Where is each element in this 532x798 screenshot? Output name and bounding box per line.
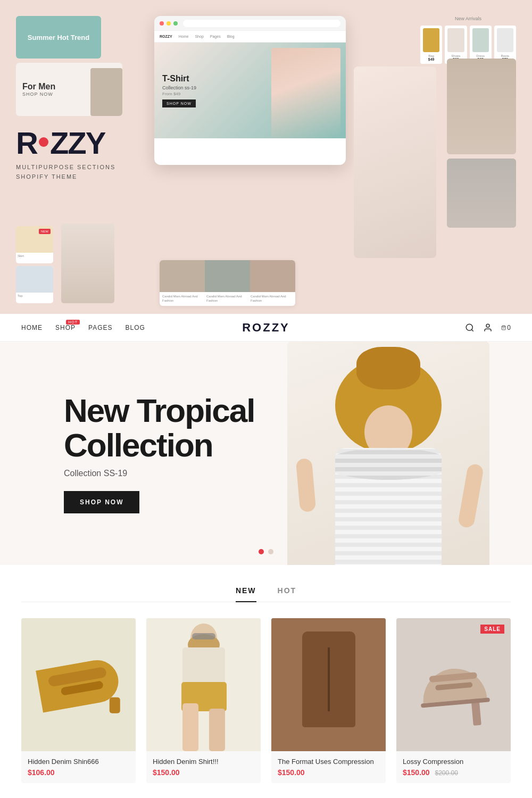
hero-shop-now-button[interactable]: SHOP NOW <box>64 491 139 513</box>
tab-new[interactable]: NEW <box>236 586 256 602</box>
top-product-img-1 <box>423 28 439 52</box>
product-name-4: Lossy Compression <box>403 758 504 766</box>
blog-img-2 <box>205 260 250 292</box>
brand-logo: RZZY <box>16 128 115 159</box>
laptop-hero-title: T-Shirt <box>162 74 196 84</box>
hero-section: New Tropical Collection Collection SS-19… <box>0 342 532 565</box>
men-shop-link[interactable]: SHOP NOW <box>22 92 55 97</box>
laptop-brand: ROZZY <box>160 35 172 38</box>
men-banner[interactable]: For Men SHOP NOW <box>16 63 122 116</box>
svg-line-1 <box>471 329 473 331</box>
top-product-img-4 <box>497 28 513 52</box>
laptop-hero-text: T-Shirt Collection ss-19 From $49 SHOP N… <box>162 74 196 107</box>
product-card-3[interactable]: The Format Uses Compression $150.00 <box>271 618 386 783</box>
laptop-dot-green <box>173 21 178 26</box>
small-card-img-2 <box>16 266 53 293</box>
men-figure <box>90 68 122 116</box>
hero-slider-dots <box>259 549 273 554</box>
right-model-figure-lg <box>447 59 516 154</box>
product-card-4[interactable]: SALE Lossy Compression $150.00 $200.00 <box>396 618 511 783</box>
product-price-2: $150.00 <box>153 768 254 777</box>
small-card-1[interactable]: NEW Skirt <box>16 226 53 263</box>
tab-hot[interactable]: HOT <box>278 586 297 602</box>
blog-card: Candid Mom Abroad And Fashion Candid Mom… <box>160 260 295 306</box>
laptop-header <box>154 16 346 31</box>
account-icon[interactable] <box>483 323 493 332</box>
small-card-text-1: Skirt <box>16 253 53 259</box>
laptop-dot-yellow <box>167 21 171 26</box>
nav-links: HOME SHOP HOT PAGES BLOG <box>21 324 145 331</box>
center-model-figure <box>354 66 436 258</box>
hero-subtitle: Collection SS-19 <box>64 469 254 478</box>
right-model-small <box>447 159 516 228</box>
hero-dot-2[interactable] <box>268 549 273 554</box>
product-info-4: Lossy Compression $150.00 $200.00 <box>396 751 511 783</box>
blog-titles: Candid Mom Abroad And Fashion Candid Mom… <box>160 292 295 306</box>
laptop-nav-link: Blog <box>227 35 235 38</box>
nav-pages[interactable]: PAGES <box>88 324 112 331</box>
men-banner-title: For Men <box>22 82 55 92</box>
product-info-3: The Format Uses Compression $150.00 <box>271 751 386 783</box>
laptop-nav: ROZZY Home Shop Pages Blog <box>154 31 346 43</box>
svg-point-0 <box>466 324 472 330</box>
nav-shop-badge: HOT <box>66 320 80 325</box>
blog-title-1: Candid Mom Abroad And Fashion <box>162 295 204 303</box>
nav-icons: 0 <box>465 323 511 332</box>
product-img-1 <box>21 618 136 751</box>
laptop-nav-link: Pages <box>210 35 221 38</box>
sale-badge: SALE <box>480 625 504 634</box>
nav-shop[interactable]: SHOP HOT <box>55 324 76 331</box>
right-model-large <box>447 59 516 154</box>
laptop-shop-btn[interactable]: SHOP NOW <box>162 99 196 107</box>
laptop-mockup: ROZZY Home Shop Pages Blog T-Shirt Colle… <box>154 16 346 165</box>
brand-tagline: MULTIPURPOSE SECTIONS SHOPIFY THEME <box>16 163 115 181</box>
cart-icon[interactable]: 0 <box>501 323 511 332</box>
search-icon[interactable] <box>465 323 475 332</box>
laptop-hero-subtitle: Collection ss-19 <box>162 85 196 90</box>
product-img-4: SALE <box>396 618 511 751</box>
small-card-text-2: Top <box>16 293 53 299</box>
top-product-img-3 <box>472 28 489 52</box>
top-product-img-2 <box>447 28 464 52</box>
laptop-hero: T-Shirt Collection ss-19 From $49 SHOP N… <box>154 43 346 138</box>
blog-img-3 <box>250 260 295 292</box>
summer-banner: Summer Hot Trend <box>16 16 101 59</box>
product-info-2: Hidden Denim Shirt!!! $150.00 <box>146 751 261 783</box>
product-card-1[interactable]: Hidden Denim Shin666 $106.00 <box>21 618 136 783</box>
hero-content: New Tropical Collection Collection SS-19… <box>64 393 254 513</box>
left-banners: Summer Hot Trend For Men SHOP NOW <box>16 16 122 116</box>
nav-blog[interactable]: BLOG <box>125 324 145 331</box>
brand-dot <box>39 137 48 147</box>
laptop-url-bar <box>183 20 340 27</box>
svg-point-2 <box>486 324 489 327</box>
nav-home[interactable]: HOME <box>21 324 43 331</box>
preview-section: Summer Hot Trend For Men SHOP NOW RZZY M… <box>0 0 532 314</box>
small-card-2[interactable]: Top <box>16 266 53 303</box>
blog-preview: Candid Mom Abroad And Fashion Candid Mom… <box>160 260 295 306</box>
cart-count: 0 <box>507 324 511 331</box>
product-card-2[interactable]: Hidden Denim Shirt!!! $150.00 <box>146 618 261 783</box>
small-cards-row: NEW Skirt Top <box>16 223 114 303</box>
products-grid: Hidden Denim Shin666 $106.00 <box>21 618 511 783</box>
small-cards-container: NEW Skirt Top <box>16 223 114 303</box>
product-price-1: $106.00 <box>28 768 129 777</box>
laptop-nav-link: Home <box>179 35 189 38</box>
laptop-hero-from: From $49 <box>162 92 196 96</box>
brand-section: RZZY MULTIPURPOSE SECTIONS SHOPIFY THEME <box>16 128 115 181</box>
laptop-nav-link: Shop <box>195 35 203 38</box>
hero-model-image <box>287 342 489 565</box>
navbar: HOME SHOP HOT PAGES BLOG ROZZY <box>0 314 532 342</box>
hero-title: New Tropical Collection <box>64 393 254 462</box>
tabs-bar: NEW HOT <box>21 586 511 602</box>
hero-dot-1[interactable] <box>259 549 264 554</box>
product-img-2 <box>146 618 261 751</box>
top-product-1[interactable]: Bag $49 <box>420 26 442 64</box>
small-cards-list: NEW Skirt Top <box>16 226 53 303</box>
product-price-original-4: $200.00 <box>435 769 458 777</box>
right-models <box>447 59 516 228</box>
nav-brand: ROZZY <box>242 321 290 335</box>
blog-images <box>160 260 295 292</box>
product-name-1: Hidden Denim Shin666 <box>28 758 129 766</box>
blog-img-1 <box>160 260 205 292</box>
products-section: NEW HOT <box>0 565 532 798</box>
